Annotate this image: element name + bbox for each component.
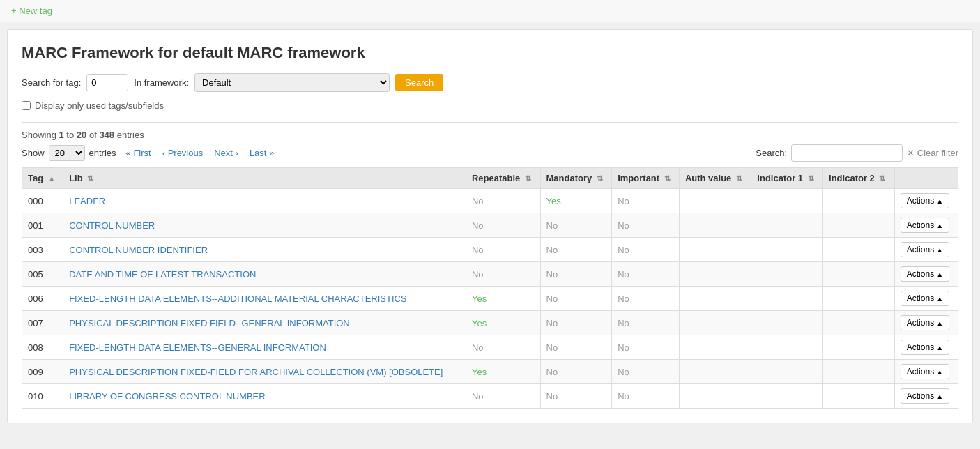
new-tag-button[interactable]: + New tag bbox=[11, 6, 52, 16]
cell-indicator1 bbox=[751, 238, 823, 262]
framework-select[interactable]: Default ACQ - Acquisitions framework FA … bbox=[194, 73, 390, 92]
page-title: MARC Framework for default MARC framewor… bbox=[22, 44, 958, 62]
cell-repeatable: No bbox=[466, 335, 540, 360]
col-indicator2[interactable]: Indicator 2 ⇅ bbox=[823, 168, 895, 189]
search-form: Search for tag: In framework: Default AC… bbox=[22, 73, 958, 92]
divider bbox=[22, 122, 958, 123]
display-filter-label: Display only used tags/subfields bbox=[35, 100, 164, 111]
cell-repeatable: No bbox=[466, 262, 540, 287]
actions-caret: ▲ bbox=[936, 344, 943, 351]
cell-mandatory: No bbox=[540, 335, 612, 360]
entries-info: Showing 1 to 20 of 348 entries bbox=[22, 130, 958, 140]
cell-repeatable: Yes bbox=[466, 360, 540, 384]
clear-filter-button[interactable]: ✕ Clear filter bbox=[907, 148, 958, 158]
entries-to: 20 bbox=[77, 130, 86, 140]
cell-repeatable: No bbox=[466, 384, 540, 409]
tag-label: Search for tag: bbox=[22, 77, 81, 88]
previous-button[interactable]: ‹ Previous bbox=[158, 146, 208, 160]
actions-caret: ▲ bbox=[936, 295, 943, 303]
col-indicator1[interactable]: Indicator 1 ⇅ bbox=[751, 168, 823, 189]
search-label: Search: bbox=[756, 148, 787, 158]
cell-lib[interactable]: PHYSICAL DESCRIPTION FIXED FIELD--GENERA… bbox=[63, 311, 466, 335]
cell-mandatory: No bbox=[540, 262, 612, 287]
actions-button[interactable]: Actions ▲ bbox=[901, 315, 949, 330]
show-entries-select[interactable]: 10 20 50 100 bbox=[49, 145, 85, 161]
lib-sort-icon: ⇅ bbox=[87, 174, 93, 183]
cell-indicator1 bbox=[751, 335, 823, 360]
col-lib[interactable]: Lib ⇅ bbox=[63, 168, 466, 189]
cell-lib[interactable]: FIXED-LENGTH DATA ELEMENTS--ADDITIONAL M… bbox=[63, 287, 466, 311]
cell-actions: Actions ▲ bbox=[894, 287, 958, 311]
display-filter-checkbox[interactable] bbox=[22, 101, 31, 110]
tag-input[interactable] bbox=[86, 74, 128, 91]
cell-actions: Actions ▲ bbox=[894, 213, 958, 238]
first-button[interactable]: « First bbox=[122, 146, 155, 160]
cell-tag: 009 bbox=[22, 360, 63, 384]
cell-tag: 010 bbox=[22, 384, 63, 409]
cell-tag: 003 bbox=[22, 238, 63, 262]
actions-button[interactable]: Actions ▲ bbox=[901, 291, 949, 306]
cell-auth-value bbox=[679, 311, 751, 335]
mandatory-sort-icon: ⇅ bbox=[597, 174, 603, 183]
cell-important: No bbox=[612, 360, 680, 384]
entries-total: 348 bbox=[99, 130, 114, 140]
cell-tag: 007 bbox=[22, 311, 63, 335]
col-important[interactable]: Important ⇅ bbox=[612, 168, 680, 189]
actions-caret: ▲ bbox=[936, 246, 943, 254]
cell-important: No bbox=[612, 262, 680, 287]
actions-button[interactable]: Actions ▲ bbox=[901, 242, 949, 257]
col-tag[interactable]: Tag ▲ bbox=[22, 168, 63, 189]
col-mandatory[interactable]: Mandatory ⇅ bbox=[540, 168, 612, 189]
cell-repeatable: No bbox=[466, 238, 540, 262]
cell-lib[interactable]: CONTROL NUMBER IDENTIFIER bbox=[63, 238, 466, 262]
cell-actions: Actions ▲ bbox=[894, 238, 958, 262]
next-button[interactable]: Next › bbox=[210, 146, 243, 160]
table-row: 000 LEADER No Yes No Actions ▲ bbox=[22, 189, 958, 213]
cell-indicator2 bbox=[823, 384, 895, 409]
cell-lib[interactable]: FIXED-LENGTH DATA ELEMENTS--GENERAL INFO… bbox=[63, 335, 466, 360]
cell-indicator1 bbox=[751, 262, 823, 287]
cell-actions: Actions ▲ bbox=[894, 360, 958, 384]
cell-mandatory: No bbox=[540, 311, 612, 335]
cell-actions: Actions ▲ bbox=[894, 189, 958, 213]
cell-tag: 008 bbox=[22, 335, 63, 360]
actions-button[interactable]: Actions ▲ bbox=[901, 218, 949, 233]
actions-caret: ▲ bbox=[936, 368, 943, 376]
actions-button[interactable]: Actions ▲ bbox=[901, 364, 949, 379]
cell-auth-value bbox=[679, 335, 751, 360]
cell-indicator2 bbox=[823, 238, 895, 262]
cell-lib[interactable]: CONTROL NUMBER bbox=[63, 213, 466, 238]
actions-button[interactable]: Actions ▲ bbox=[901, 193, 949, 208]
table-row: 001 CONTROL NUMBER No No No Actions ▲ bbox=[22, 213, 958, 238]
actions-button[interactable]: Actions ▲ bbox=[901, 340, 949, 355]
col-repeatable[interactable]: Repeatable ⇅ bbox=[466, 168, 540, 189]
cell-lib[interactable]: DATE AND TIME OF LATEST TRANSACTION bbox=[63, 262, 466, 287]
actions-button[interactable]: Actions ▲ bbox=[901, 266, 949, 282]
top-bar: + New tag bbox=[0, 0, 980, 22]
important-sort-icon: ⇅ bbox=[664, 174, 671, 183]
search-button[interactable]: Search bbox=[395, 74, 443, 91]
cell-indicator1 bbox=[751, 287, 823, 311]
table-row: 008 FIXED-LENGTH DATA ELEMENTS--GENERAL … bbox=[22, 335, 958, 360]
cell-indicator2 bbox=[823, 189, 895, 213]
last-button[interactable]: Last » bbox=[245, 146, 278, 160]
table-search-input[interactable] bbox=[791, 144, 903, 162]
right-controls: Search: ✕ Clear filter bbox=[756, 144, 958, 162]
cell-actions: Actions ▲ bbox=[894, 335, 958, 360]
tag-sort-icon: ▲ bbox=[48, 174, 56, 183]
cell-important: No bbox=[612, 335, 680, 360]
display-filter-row: Display only used tags/subfields bbox=[22, 100, 958, 111]
cell-lib[interactable]: LIBRARY OF CONGRESS CONTROL NUMBER bbox=[63, 384, 466, 409]
col-auth-value[interactable]: Auth value ⇅ bbox=[679, 168, 751, 189]
cell-lib[interactable]: PHYSICAL DESCRIPTION FIXED-FIELD FOR ARC… bbox=[63, 360, 466, 384]
entries-label: entries bbox=[89, 148, 116, 158]
cell-mandatory: No bbox=[540, 213, 612, 238]
actions-button[interactable]: Actions ▲ bbox=[901, 388, 949, 404]
table-row: 009 PHYSICAL DESCRIPTION FIXED-FIELD FOR… bbox=[22, 360, 958, 384]
pagination: « First ‹ Previous Next › Last » bbox=[122, 146, 279, 160]
actions-caret: ▲ bbox=[936, 197, 943, 205]
cell-tag: 005 bbox=[22, 262, 63, 287]
cell-lib[interactable]: LEADER bbox=[63, 189, 466, 213]
cell-indicator2 bbox=[823, 287, 895, 311]
cell-tag: 001 bbox=[22, 213, 63, 238]
